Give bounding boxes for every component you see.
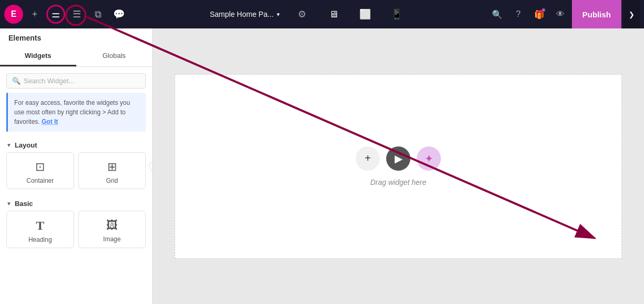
- main-layout: Elements Widgets Globals 🔍 For easy acce…: [0, 28, 644, 304]
- heading-widget[interactable]: T Heading: [6, 211, 74, 248]
- top-toolbar: E + ⚌ ☰ ⧉ 💬 Sample Home Pa... ▾ ⚙ 🖥 ⬜ 📱 …: [0, 0, 644, 28]
- tab-widgets[interactable]: Widgets: [0, 46, 76, 66]
- sidebar: Elements Widgets Globals 🔍 For easy acce…: [0, 28, 153, 304]
- canvas-frame: + ▶ ✦ Drag widget here: [175, 74, 622, 259]
- canvas-magic-button[interactable]: ✦: [417, 146, 441, 171]
- canvas-drop-buttons: + ▶ ✦: [356, 146, 441, 171]
- tip-box: For easy access, favorite the widgets yo…: [6, 93, 146, 132]
- basic-section-header[interactable]: ▼ Basic: [0, 194, 152, 211]
- publish-dropdown-button[interactable]: ❯: [623, 0, 640, 28]
- canvas-folder-button[interactable]: ▶: [386, 146, 410, 171]
- grid-widget[interactable]: ⊞ Grid: [78, 152, 146, 189]
- settings-button[interactable]: ⚙: [293, 5, 311, 24]
- drag-widget-label: Drag widget here: [370, 178, 427, 187]
- layers-button[interactable]: ⧉: [88, 5, 107, 24]
- filter-button[interactable]: ⚌: [46, 5, 65, 24]
- image-widget[interactable]: 🖼 Image: [78, 211, 146, 248]
- gift-button[interactable]: 🎁: [530, 5, 549, 24]
- image-icon: 🖼: [106, 219, 118, 232]
- publish-button[interactable]: Publish: [572, 0, 621, 28]
- search-icon: 🔍: [12, 77, 21, 85]
- canvas-area: + ▶ ✦ Drag widget here: [153, 28, 644, 304]
- elementor-logo[interactable]: E: [4, 5, 23, 24]
- page-title-selector[interactable]: Sample Home Pa... ▾: [210, 10, 280, 18]
- search-widget-input[interactable]: [24, 77, 140, 85]
- tab-globals[interactable]: Globals: [76, 46, 153, 66]
- help-button[interactable]: ?: [509, 5, 528, 24]
- comments-button[interactable]: 💬: [109, 5, 128, 24]
- desktop-view-button[interactable]: 🖥: [324, 5, 343, 24]
- sidebar-tabs: Widgets Globals: [0, 46, 152, 67]
- tablet-view-button[interactable]: ⬜: [356, 5, 375, 24]
- container-icon: ⊡: [35, 160, 45, 174]
- canvas-add-button[interactable]: +: [356, 146, 380, 171]
- container-widget[interactable]: ⊡ Container: [6, 152, 74, 189]
- basic-arrow-icon: ▼: [6, 201, 12, 207]
- toolbar-right: 🔍 ? 🎁 👁: [488, 5, 570, 24]
- mobile-view-button[interactable]: 📱: [387, 5, 406, 24]
- search-widget-area: 🔍: [0, 67, 152, 93]
- search-input-wrap[interactable]: 🔍: [6, 73, 146, 89]
- notification-dot: [541, 8, 546, 12]
- sidebar-title: Elements: [0, 28, 152, 42]
- preview-button[interactable]: 👁: [551, 5, 570, 24]
- layout-section-header[interactable]: ▼ Layout: [0, 136, 152, 152]
- got-it-link[interactable]: Got It: [42, 118, 58, 125]
- search-button[interactable]: 🔍: [488, 5, 507, 24]
- grid-icon: ⊞: [107, 160, 117, 174]
- layout-widgets-grid: ⊡ Container ⊞ Grid: [0, 152, 152, 194]
- document-button[interactable]: ☰: [67, 5, 86, 24]
- canvas-drop-area: + ▶ ✦ Drag widget here: [356, 146, 441, 187]
- layout-arrow-icon: ▼: [6, 142, 12, 148]
- toolbar-center: Sample Home Pa... ▾ ⚙ 🖥 ⬜ 📱: [130, 5, 486, 24]
- basic-widgets-grid: T Heading 🖼 Image: [0, 211, 152, 253]
- add-element-button[interactable]: +: [25, 5, 44, 24]
- heading-icon: T: [36, 219, 44, 233]
